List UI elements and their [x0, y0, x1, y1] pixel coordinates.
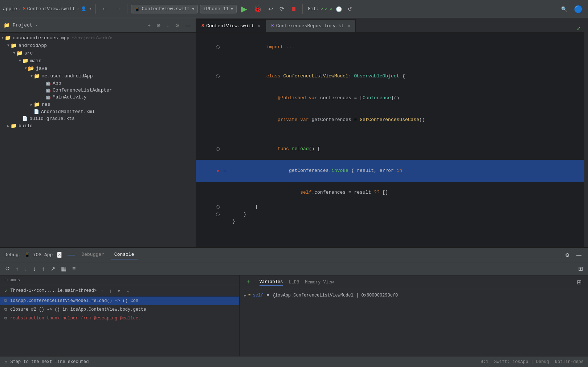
code-line-blank2	[196, 131, 584, 138]
line-num-import	[196, 36, 214, 58]
tree-icon-root: 📁	[5, 35, 11, 41]
tree-label-src: src	[24, 51, 33, 56]
thread-name: Thread-1-<com.....le.main-thread>	[10, 288, 97, 293]
tab-contentview-close[interactable]: ✕	[258, 24, 261, 28]
search-button[interactable]: 🔍	[559, 5, 569, 13]
debug-button[interactable]: 🐞	[252, 4, 264, 15]
bp-invoke: ●	[214, 160, 221, 182]
sidebar-sort-btn[interactable]: ↕	[165, 22, 171, 29]
tab-contentview[interactable]: S ContentView.swift ✕	[196, 19, 266, 32]
run-button[interactable]: ▶	[239, 4, 249, 15]
sidebar-folder-icon: 📁	[4, 22, 10, 28]
code-line-self: self.conferences = result ?? []	[196, 182, 584, 203]
thread-up-btn[interactable]: ↑	[99, 287, 105, 294]
tree-label-java: java	[36, 66, 47, 71]
tree-path-root: ~/Projects/Work/c	[72, 36, 112, 40]
tree-item-app[interactable]: ▶ 🤖 App	[0, 80, 196, 87]
debug-header-right: ⚙ —	[563, 251, 584, 259]
tree-icon-androidapp: 📁	[11, 43, 17, 49]
tree-toggle-root[interactable]: ▼	[1, 36, 4, 40]
debugger-step-up-btn[interactable]: ↑	[40, 265, 47, 273]
thread-down-btn[interactable]: ↓	[108, 287, 113, 294]
frame-item-2[interactable]: ⧉ reabstraction thunk helper from @escap…	[0, 314, 239, 323]
right-scrollbar[interactable]	[584, 18, 588, 247]
debugger-run-cursor-btn[interactable]: ↗	[48, 264, 57, 273]
sidebar-circle-add-btn[interactable]: ⊕	[155, 22, 162, 29]
frame-item-0[interactable]: ⧉ iosApp.ConferenceListViewModel.reload(…	[0, 297, 239, 305]
debugger-up-btn[interactable]: ↑	[13, 265, 21, 273]
tree-item-androidapp[interactable]: ▼ 📁 androidApp	[0, 42, 196, 49]
status-context: Swift: iosApp | Debug	[494, 359, 549, 364]
var-tab-memory[interactable]: Memory View	[305, 279, 334, 286]
ios-app-dropdown[interactable]: 📱 ContentView.swift ▾	[131, 5, 198, 13]
code-area[interactable]: import ... class ConferenceListView	[196, 33, 584, 247]
thread-expand-btn[interactable]: ⌄	[124, 287, 132, 294]
var-tab-lldb[interactable]: LLDB	[289, 279, 299, 286]
tree-icon-manifest: 📄	[34, 109, 39, 114]
debug-tab-console[interactable]: Console	[111, 250, 138, 259]
debug-settings-button[interactable]: ⚙	[563, 251, 572, 259]
git-history-button[interactable]: 🕐	[334, 5, 344, 13]
sidebar-settings-btn[interactable]: ⚙	[173, 22, 181, 29]
tree-item-res[interactable]: ▶ 📁 res	[0, 101, 196, 108]
editor-area: 📁 Project ▾ + ⊕ ↕ ⚙ — ▼ 📁 cocoaconferenc…	[0, 18, 588, 247]
tree-item-mainactivity[interactable]: ▶ 🤖 MainActivity	[0, 94, 196, 101]
tree-item-buildgradle[interactable]: ▶ 📄 build.gradle.kts	[0, 115, 196, 122]
git-arrow-icon[interactable]: ↗	[329, 6, 332, 12]
tree-toggle-manifest: ▶	[30, 110, 33, 114]
tree-toggle-androidapp[interactable]: ▼	[7, 44, 9, 48]
tree-toggle-res[interactable]: ▶	[30, 102, 33, 107]
tree-item-main[interactable]: ▼ 📁 main	[0, 57, 196, 65]
tree-toggle-buildmore[interactable]: ▶	[7, 124, 9, 128]
tree-toggle-meuser[interactable]: ▼	[30, 74, 33, 78]
tree-item-adapter[interactable]: ▶ 🤖 ConferenceListAdapter	[0, 87, 196, 94]
debugger-list-btn[interactable]: ≡	[70, 265, 78, 273]
var-tab-variables[interactable]: Variables	[260, 279, 283, 286]
breadcrumb-user-btn[interactable]: 👤 ▾	[81, 6, 91, 12]
code-line-close1: }	[196, 203, 584, 211]
debug-close-button[interactable]: ✕	[57, 252, 62, 258]
tree-item-src[interactable]: ▼ 📁 src	[0, 49, 196, 57]
debugger-split-btn[interactable]: ⊞	[576, 264, 585, 273]
variables-split-btn[interactable]: ⊞	[575, 278, 584, 287]
tree-item-buildmore[interactable]: ▶ 📁 build	[0, 122, 196, 130]
frame-item-1[interactable]: ⧉ closure #2 () -> () in iosApp.ContentV…	[0, 305, 239, 314]
forward-button[interactable]: →	[113, 4, 123, 14]
debugger-step-into-btn[interactable]: ↓	[22, 265, 29, 273]
tree-label-adapter: ConferenceListAdapter	[53, 88, 112, 93]
tree-toggle-src[interactable]: ▼	[13, 51, 15, 55]
sidebar-add-btn[interactable]: +	[146, 22, 152, 29]
git-undo-button[interactable]: ↺	[346, 5, 354, 13]
tree-toggle-main[interactable]: ▼	[19, 59, 21, 63]
breadcrumb-file[interactable]: ContentView.swift	[27, 6, 75, 12]
tree-item-root[interactable]: ▼ 📁 cocoaconferences-mpp ~/Projects/Work…	[0, 34, 196, 42]
debugger-grid-btn[interactable]: ▦	[59, 264, 69, 273]
debug-tab-debugger[interactable]: Debugger	[78, 250, 107, 259]
device-dropdown[interactable]: iPhone 11 ▾	[200, 5, 237, 13]
tab-conferences-close[interactable]: ✕	[348, 24, 350, 28]
tree-item-meuser[interactable]: ▼ 📁 me.user.androidApp	[0, 72, 196, 80]
tree-item-manifest[interactable]: ▶ 📄 AndroidManifest.xml	[0, 108, 196, 115]
back-button[interactable]: ←	[99, 4, 110, 14]
debug-minimize-button[interactable]: —	[574, 251, 584, 259]
tree-icon-buildgradle: 📄	[22, 116, 28, 121]
thread-filter-btn[interactable]: ▾	[116, 287, 122, 294]
breadcrumb-root[interactable]: apple	[3, 6, 17, 12]
status-message: Step to the next line executed	[10, 359, 89, 364]
tree-toggle-app: ▶	[42, 81, 44, 86]
sidebar-collapse-btn[interactable]: —	[184, 22, 192, 29]
variable-add-btn[interactable]: +	[244, 278, 254, 287]
step-over-button[interactable]: ↩	[266, 4, 275, 14]
debugger-step-out-btn[interactable]: ↓	[31, 265, 38, 273]
debug-title: Debug:	[4, 252, 21, 258]
var-equals: =	[266, 293, 269, 298]
tree-toggle-java[interactable]: ▼	[25, 66, 27, 70]
tab-conferences[interactable]: K ConferencesRepository.kt ✕	[266, 19, 355, 32]
tree-item-java[interactable]: ▼ 📂 java	[0, 65, 196, 72]
stop-button[interactable]: ⏹	[289, 5, 299, 13]
var-expand-icon[interactable]: ▶	[244, 293, 246, 298]
profile-button[interactable]: 🔵	[572, 3, 585, 15]
var-item-self[interactable]: ▶ ≡ self = {iosApp.ConferenceListViewMod…	[240, 291, 588, 299]
debugger-restart-btn[interactable]: ↺	[3, 264, 12, 273]
analyze-button[interactable]: ⟳	[277, 4, 286, 14]
